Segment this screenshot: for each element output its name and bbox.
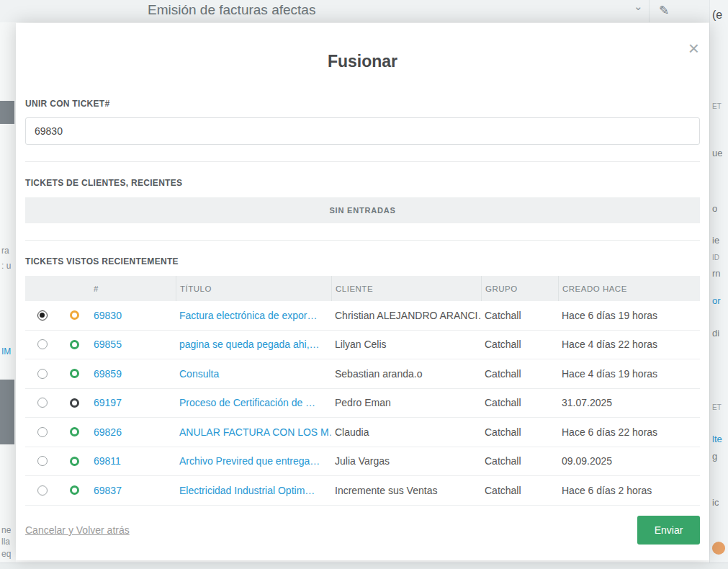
ticket-created: 31.07.2025 bbox=[558, 397, 700, 408]
topbar-separator bbox=[649, 0, 650, 22]
ticket-number-link[interactable]: 69826 bbox=[94, 426, 122, 438]
background-topbar: Emisión de facturas afectas ⌄ ✎ bbox=[0, 0, 728, 22]
ticket-group: Catchall bbox=[481, 339, 558, 350]
ticket-client: Lilyan Celis bbox=[331, 339, 481, 350]
ticket-state-icon-closed bbox=[70, 398, 79, 408]
header-client: CLIENTE bbox=[331, 276, 481, 301]
row-radio[interactable] bbox=[37, 456, 48, 466]
background-left-edge: ra: uIMnellaequac bbox=[0, 22, 16, 569]
row-radio[interactable] bbox=[37, 369, 48, 379]
background-text-fragment: ie bbox=[712, 235, 719, 246]
ticket-title-link[interactable]: Proceso de Certificación de … bbox=[179, 397, 315, 408]
table-header-row: # TÍTULO CLIENTE GRUPO CREADO HACE bbox=[25, 276, 700, 301]
ticket-group: Catchall bbox=[481, 310, 558, 321]
ticket-created: Hace 6 días 22 horas bbox=[558, 426, 700, 438]
background-text-fragment: rn bbox=[712, 268, 721, 279]
ticket-group: Catchall bbox=[481, 426, 558, 438]
header-radio-column bbox=[25, 276, 61, 301]
table-row[interactable]: 69811 Archivo Previred que entrega… Juli… bbox=[25, 447, 700, 477]
ticket-created: 09.09.2025 bbox=[558, 455, 700, 467]
background-text-fragment: di bbox=[712, 328, 719, 339]
background-text-fragment: lte bbox=[712, 434, 722, 444]
ticket-state-icon-open bbox=[70, 369, 79, 378]
header-created: CREADO HACE bbox=[558, 276, 700, 301]
empty-entries-bar: SIN ENTRADAS bbox=[25, 197, 700, 223]
ticket-title-link[interactable]: Archivo Previred que entrega… bbox=[179, 455, 320, 467]
background-text-fragment: or bbox=[712, 295, 721, 306]
recent-tickets-label: TICKETS VISTOS RECIENTEMENTE bbox=[25, 256, 700, 266]
background-text-fragment: IM bbox=[1, 346, 11, 357]
customer-tickets-label: TICKETS DE CLIENTES, RECIENTES bbox=[25, 178, 700, 188]
ticket-state-icon-pending bbox=[70, 310, 79, 320]
ticket-created: Hace 4 días 22 horas bbox=[558, 339, 700, 350]
table-row[interactable]: 69859 Consulta Sebastian aranda.o Catcha… bbox=[25, 359, 700, 389]
row-radio[interactable] bbox=[37, 339, 48, 349]
cancel-link[interactable]: Cancelar y Volver atrás bbox=[25, 524, 130, 536]
row-radio[interactable] bbox=[37, 485, 48, 496]
table-row[interactable]: 69830 Factura electrónica de expor… Chri… bbox=[25, 301, 700, 331]
background-text-fragment: : u bbox=[1, 261, 11, 271]
background-text-fragment: ET bbox=[712, 102, 722, 110]
avatar bbox=[712, 542, 725, 555]
merge-ticket-label: UNIR CON TICKET# bbox=[25, 99, 700, 109]
ticket-title-link[interactable]: ANULAR FACTURA CON LOS M… bbox=[179, 426, 331, 438]
background-text-fragment: ra bbox=[1, 246, 9, 256]
header-number: # bbox=[90, 276, 176, 301]
ticket-client: Sebastian aranda.o bbox=[331, 368, 481, 380]
ticket-state-icon-open bbox=[70, 457, 79, 466]
ticket-number-link[interactable]: 69811 bbox=[94, 455, 121, 467]
background-text-fragment: ne bbox=[1, 525, 11, 535]
modal-footer: Cancelar y Volver atrás Enviar bbox=[25, 516, 700, 545]
header-group: GRUPO bbox=[481, 276, 558, 301]
chevron-down-icon: ⌄ bbox=[634, 0, 643, 13]
background-right-sidebar: (eETueoieIDrnETlteordigic bbox=[709, 0, 728, 569]
table-body: 69830 Factura electrónica de expor… Chri… bbox=[25, 301, 700, 506]
divider bbox=[25, 161, 700, 162]
background-block bbox=[0, 380, 14, 444]
ticket-client: Incremente sus Ventas bbox=[331, 485, 481, 496]
ticket-title-link[interactable]: Factura electrónica de expor… bbox=[179, 310, 317, 321]
background-text-fragment: lla bbox=[1, 537, 10, 547]
ticket-title-link[interactable]: Consulta bbox=[179, 368, 219, 380]
ticket-group: Catchall bbox=[481, 397, 558, 408]
background-page-title: Emisión de facturas afectas bbox=[148, 2, 315, 18]
ticket-client: Christian ALEJANDRO ARANCI… bbox=[331, 310, 481, 321]
background-text-fragment: ic bbox=[712, 497, 719, 508]
ticket-group: Catchall bbox=[481, 455, 558, 467]
divider bbox=[25, 240, 700, 241]
recent-tickets-table: # TÍTULO CLIENTE GRUPO CREADO HACE 69830… bbox=[25, 276, 700, 506]
ticket-created: Hace 6 días 2 horas bbox=[558, 485, 700, 496]
merge-ticket-input[interactable] bbox=[25, 117, 700, 145]
background-text-fragment: (e bbox=[712, 9, 722, 22]
row-radio[interactable] bbox=[37, 427, 48, 437]
pencil-icon: ✎ bbox=[659, 3, 669, 18]
ticket-number-link[interactable]: 69837 bbox=[94, 485, 122, 496]
table-row[interactable]: 69837 Electricidad Industrial Optim… Inc… bbox=[25, 476, 700, 506]
background-text-fragment: ue bbox=[712, 148, 722, 158]
ticket-number-link[interactable]: 69859 bbox=[94, 368, 122, 380]
ticket-number-link[interactable]: 69855 bbox=[94, 339, 122, 350]
ticket-state-icon-open bbox=[70, 427, 79, 436]
ticket-group: Catchall bbox=[481, 485, 558, 496]
close-icon[interactable]: × bbox=[688, 39, 699, 58]
table-row[interactable]: 69826 ANULAR FACTURA CON LOS M… Claudia … bbox=[25, 418, 700, 447]
background-text-fragment: o bbox=[712, 203, 717, 214]
header-title: TÍTULO bbox=[176, 276, 331, 301]
ticket-title-link[interactable]: pagina se queda pegada ahi,… bbox=[179, 339, 320, 350]
ticket-number-link[interactable]: 69197 bbox=[94, 397, 122, 408]
background-block bbox=[0, 101, 14, 124]
ticket-number-link[interactable]: 69830 bbox=[94, 310, 122, 321]
background-text-fragment: ID bbox=[712, 254, 719, 261]
table-row[interactable]: 69197 Proceso de Certificación de … Pedr… bbox=[25, 389, 700, 418]
ticket-client: Pedro Eman bbox=[331, 397, 481, 408]
ticket-created: Hace 4 días 19 horas bbox=[558, 368, 700, 380]
background-text-fragment: g bbox=[712, 451, 717, 462]
table-row[interactable]: 69855 pagina se queda pegada ahi,… Lilya… bbox=[25, 331, 700, 360]
row-radio[interactable] bbox=[37, 310, 48, 321]
submit-button[interactable]: Enviar bbox=[637, 516, 700, 545]
ticket-title-link[interactable]: Electricidad Industrial Optim… bbox=[179, 485, 315, 496]
row-radio[interactable] bbox=[37, 398, 48, 408]
ticket-state-icon-open bbox=[70, 340, 79, 349]
ticket-created: Hace 6 días 19 horas bbox=[558, 310, 700, 321]
ticket-state-icon-open bbox=[70, 485, 79, 495]
